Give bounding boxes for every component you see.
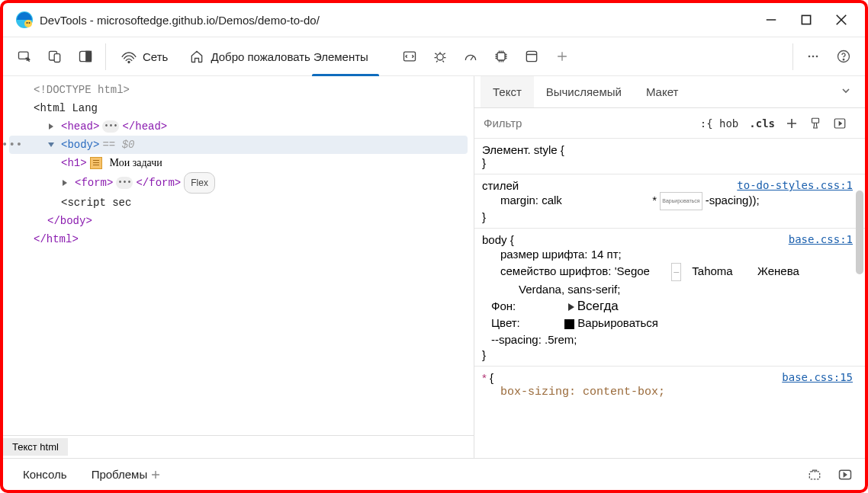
tab-network-label: Сеть [143, 50, 168, 63]
collapse-drawer-icon[interactable] [833, 463, 857, 487]
dom-body-close[interactable]: </body> [6, 212, 471, 230]
svg-rect-17 [526, 51, 536, 61]
tab-elements[interactable]: Элементы [312, 37, 379, 75]
tab-problems[interactable]: Проблемы [79, 468, 174, 481]
play-icon [568, 303, 574, 311]
new-style-rule-button[interactable] [781, 113, 802, 134]
svg-point-21 [809, 56, 811, 58]
styles-panel: Текст Вычисляемый Макет :{ hob .cls [474, 76, 865, 458]
dom-doctype[interactable]: <!DOCTYPE html> [6, 81, 471, 99]
svg-rect-16 [497, 53, 505, 60]
dom-script[interactable]: <script sec [6, 194, 471, 212]
window-title: DevTools - microsoftedge.github.io/Demos… [40, 14, 754, 27]
source-link[interactable]: to-do-styles.css:1 [737, 179, 853, 191]
source-link[interactable]: base.css:1 [789, 233, 853, 245]
styles-body[interactable]: Элемент. style { } to-do-styles.css:1 ст… [474, 139, 865, 458]
css-rule-3[interactable]: base.css:15 * { box-sizing: content-box; [474, 367, 865, 405]
tab-computed[interactable]: Вычисляемый [534, 76, 634, 107]
main-area: <!DOCTYPE html> <html Lang <head> ••• </… [3, 76, 865, 458]
svg-rect-32 [809, 471, 819, 479]
css-prop[interactable]: --spacing: .5rem; [482, 331, 865, 348]
scrollbar-thumb[interactable] [856, 190, 863, 274]
paintbrush-icon[interactable] [804, 113, 827, 134]
tab-layout[interactable]: Макет [634, 76, 690, 107]
css-prop[interactable]: Фон: Всегда [482, 298, 865, 315]
svg-rect-10 [54, 54, 60, 62]
inspect-button[interactable] [9, 41, 40, 72]
more-options-button[interactable] [798, 41, 828, 72]
minimize-button[interactable] [754, 8, 789, 32]
memory-icon[interactable] [486, 41, 516, 72]
expand-icon[interactable] [47, 123, 55, 130]
svg-point-22 [812, 56, 815, 58]
application-icon[interactable] [516, 41, 547, 72]
dom-form[interactable]: <form> ••• </form> Flex [6, 172, 471, 194]
dom-html-open[interactable]: <html Lang [6, 99, 471, 117]
collapse-icon[interactable] [47, 141, 55, 149]
css-rule-1[interactable]: to-do-styles.css:1 стилей margin: calk *… [474, 174, 865, 229]
tab-console[interactable]: Консоль [11, 468, 79, 481]
tab-welcome[interactable]: Добро пожаловать [178, 37, 312, 75]
add-tab-button[interactable] [547, 41, 577, 72]
tab-welcome-label: Добро пожаловать [211, 50, 310, 63]
svg-point-3 [29, 22, 31, 24]
svg-point-25 [843, 59, 844, 60]
breadcrumb-bar: Текст html [3, 435, 474, 458]
debugger-icon[interactable] [425, 41, 455, 72]
help-button[interactable] [828, 41, 859, 72]
note-icon [90, 157, 102, 169]
drawer-bar: Консоль Проблемы [3, 458, 865, 490]
css-prop[interactable]: размер шрифта: 14 пт; [482, 246, 865, 263]
expand-icon[interactable] [61, 179, 69, 187]
performance-icon[interactable] [455, 41, 486, 72]
dom-body-selected[interactable]: ••• <body> == $0 [9, 136, 468, 154]
svg-point-2 [27, 22, 28, 24]
source-link[interactable]: base.css:15 [782, 371, 853, 383]
svg-point-15 [437, 54, 443, 60]
more-tabs-icon[interactable] [833, 85, 859, 98]
ellipsis-icon[interactable]: ••• [116, 177, 133, 189]
css-prop[interactable]: box-sizing: content-box; [482, 384, 865, 401]
element-style-section[interactable]: Элемент. style { } [474, 139, 865, 174]
svg-point-23 [816, 56, 818, 58]
titlebar: DevTools - microsoftedge.github.io/Demos… [3, 3, 865, 37]
ellipsis-icon[interactable]: ••• [102, 120, 119, 133]
svg-rect-12 [86, 51, 92, 61]
css-prop[interactable]: семейство шрифтов: 'Segoe — Tahoma Женев… [482, 263, 865, 281]
svg-rect-5 [802, 15, 810, 24]
styles-filter-input[interactable] [474, 108, 696, 138]
devtools-app-icon [15, 11, 34, 29]
close-button[interactable] [824, 8, 859, 32]
css-rule-2[interactable]: base.css:1 body { размер шрифта: 14 пт; … [474, 229, 865, 367]
dom-h1[interactable]: <h1> Мои задачи [6, 154, 471, 172]
dock-side-button[interactable] [70, 41, 101, 72]
hover-toggle[interactable]: :{ hob [696, 113, 744, 134]
computed-panel-icon[interactable] [828, 113, 851, 134]
breadcrumb-item[interactable]: Текст html [3, 438, 68, 456]
svg-point-13 [128, 62, 130, 63]
svg-rect-8 [19, 52, 29, 59]
css-prop[interactable]: Цвет: Варьироваться [482, 315, 865, 331]
dom-tree[interactable]: <!DOCTYPE html> <html Lang <head> ••• </… [3, 76, 474, 435]
css-prop[interactable]: margin: calk * Варьироваться -spacing)); [482, 192, 865, 210]
devtools-window: DevTools - microsoftedge.github.io/Demos… [0, 0, 868, 493]
tab-elements-label: Элементы [313, 50, 368, 63]
tab-network[interactable]: Сеть [111, 37, 178, 75]
styles-tabs: Текст Вычисляемый Макет [474, 76, 865, 108]
styles-filter-row: :{ hob .cls [474, 108, 865, 139]
dom-panel: <!DOCTYPE html> <html Lang <head> ••• </… [3, 76, 474, 458]
svg-point-1 [24, 20, 32, 27]
main-toolbar: Сеть Добро пожаловать Элементы [3, 37, 865, 76]
dom-head[interactable]: <head> ••• </head> [6, 117, 471, 136]
color-swatch-black[interactable] [564, 319, 574, 329]
css-prop[interactable]: Verdana, sans-serif; [482, 281, 865, 298]
issues-icon[interactable] [802, 463, 827, 487]
device-emulation-button[interactable] [40, 41, 70, 72]
maximize-button[interactable] [789, 8, 824, 32]
sources-icon[interactable] [394, 41, 425, 72]
tab-styles-text[interactable]: Текст [481, 76, 534, 107]
flex-badge[interactable]: Flex [184, 172, 215, 194]
dom-html-close[interactable]: </html> [6, 230, 471, 248]
cls-toggle[interactable]: .cls [744, 113, 780, 134]
svg-rect-28 [812, 118, 819, 123]
